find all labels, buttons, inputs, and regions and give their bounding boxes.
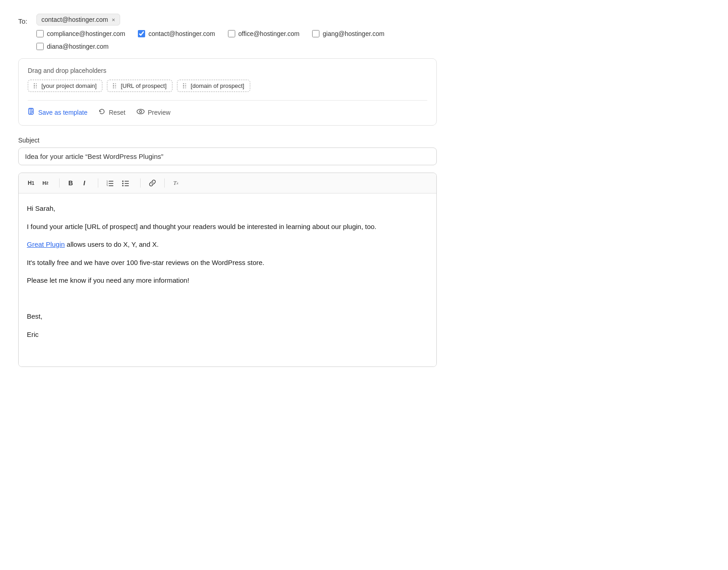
checkbox-office-label: office@hostinger.com [238,30,300,37]
save-template-button[interactable]: Save as template [28,108,87,117]
placeholder-project-domain-label: [your project domain] [41,82,96,89]
h1-button[interactable]: H1 [24,177,38,189]
svg-point-15 [122,183,124,184]
h2-button[interactable]: H2 [39,177,52,189]
italic-button[interactable]: I [78,177,91,189]
checkbox-giang[interactable]: giang@hostinger.com [312,30,384,37]
checkbox-contact-label: contact@hostinger.com [148,30,215,37]
save-template-icon [28,108,35,117]
editor-signature-line2: Eric [27,329,428,341]
toolbar-actions: Save as template Reset Preview [28,108,427,117]
toolbar-divider [28,100,427,101]
great-plugin-link[interactable]: Great Plugin [27,240,65,248]
svg-point-17 [122,185,124,187]
preview-icon [136,108,145,117]
preview-label: Preview [148,109,171,116]
placeholders-row: [your project domain] [URL of prospect] … [28,80,427,92]
email-tag[interactable]: contact@hostinger.com × [36,14,120,25]
checkbox-diana-input[interactable] [36,43,44,50]
subject-section: Subject [18,137,437,165]
subject-label: Subject [18,137,437,144]
checkbox-giang-label: giang@hostinger.com [323,30,384,37]
to-content: contact@hostinger.com × compliance@hosti… [36,14,437,53]
email-tag-text: contact@hostinger.com [41,16,108,23]
editor-line3: It's totally free and we have over 100 f… [27,257,428,269]
placeholder-domain-prospect-label: [domain of prospect] [191,82,244,89]
editor-line2-rest: allows users to do X, Y, and X. [65,240,158,248]
editor-toolbar: H1 H2 B I 1. 2. 3. [19,173,436,193]
checkbox-office[interactable]: office@hostinger.com [228,30,300,37]
checkbox-diana-label: diana@hostinger.com [47,43,109,50]
to-label: To: [18,17,29,25]
unordered-list-button[interactable] [118,177,133,189]
drag-icon-1 [34,83,37,89]
separator-3 [140,178,141,188]
svg-rect-1 [30,108,32,110]
subject-input[interactable] [18,148,437,165]
clear-format-button[interactable]: Tx [169,177,182,189]
checkbox-compliance-input[interactable] [36,30,44,37]
editor-line2: Great Plugin allows users to do X, Y, an… [27,239,428,250]
svg-point-13 [122,181,124,182]
reset-button[interactable]: Reset [98,108,126,117]
toolbar-panel: Drag and drop placeholders [your project… [18,58,437,126]
checkbox-contact[interactable]: contact@hostinger.com [138,30,215,37]
editor-body[interactable]: Hi Sarah, I found your article [URL of p… [19,193,436,366]
email-tag-close[interactable]: × [112,17,116,23]
checkbox-compliance[interactable]: compliance@hostinger.com [36,30,125,37]
svg-point-6 [139,111,142,113]
reset-icon [98,108,106,117]
checkbox-diana[interactable]: diana@hostinger.com [36,43,109,50]
editor-panel: H1 H2 B I 1. 2. 3. [18,173,437,367]
editor-signature-line1: Best, [27,310,428,322]
separator-2 [98,178,98,188]
format-group: B I [64,177,91,189]
checkbox-compliance-label: compliance@hostinger.com [47,30,125,37]
checkbox-contact-input[interactable] [138,30,145,37]
editor-line4: Please let me know if you need any more … [27,275,428,286]
svg-text:3.: 3. [106,184,108,186]
checkbox-giang-input[interactable] [312,30,319,37]
editor-line1: I found your article [URL of prospect] a… [27,221,428,233]
editor-greeting: Hi Sarah, [27,203,428,214]
svg-point-5 [137,109,144,114]
drag-icon-3 [183,83,186,89]
ordered-list-button[interactable]: 1. 2. 3. [103,177,117,189]
placeholder-project-domain[interactable]: [your project domain] [28,80,102,92]
drag-drop-label: Drag and drop placeholders [28,67,427,74]
list-group: 1. 2. 3. [103,177,133,189]
preview-button[interactable]: Preview [136,108,171,117]
placeholder-url-prospect-label: [URL of prospect] [121,82,167,89]
reset-label: Reset [109,109,126,116]
email-checkboxes: compliance@hostinger.com contact@hosting… [36,30,437,53]
save-template-label: Save as template [38,109,87,116]
separator-1 [59,178,60,188]
drag-icon-2 [113,83,116,89]
placeholder-domain-prospect[interactable]: [domain of prospect] [177,80,250,92]
separator-4 [164,178,165,188]
to-row: To: contact@hostinger.com × compliance@h… [18,14,437,53]
heading-group: H1 H2 [24,177,52,189]
bold-button[interactable]: B [64,177,77,189]
to-tag-row: contact@hostinger.com × [36,14,437,25]
placeholder-url-prospect[interactable]: [URL of prospect] [107,80,172,92]
checkbox-office-input[interactable] [228,30,235,37]
link-button[interactable] [145,177,160,189]
